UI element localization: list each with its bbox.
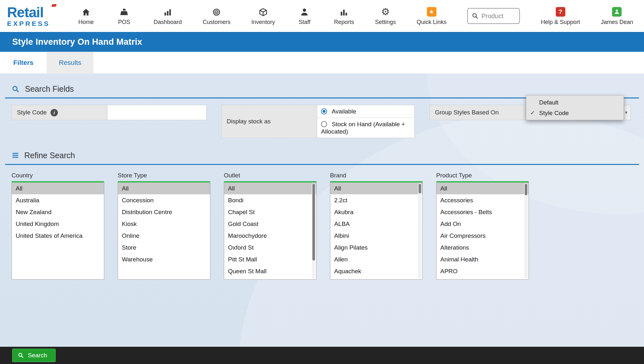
list-item[interactable]: ALBA xyxy=(330,218,422,230)
list-item[interactable]: 2.2ct xyxy=(330,194,422,206)
nav-item-dashboard[interactable]: Dashboard xyxy=(153,6,182,26)
customers-icon xyxy=(212,6,221,17)
country-listbox[interactable]: AllAustraliaNew ZealandUnited KingdomUni… xyxy=(12,181,104,280)
style-code-input[interactable] xyxy=(107,105,207,120)
list-item[interactable]: Add On xyxy=(436,218,529,230)
dropdown-option-default[interactable]: Default xyxy=(526,97,624,108)
reports-icon xyxy=(340,6,349,17)
list-item[interactable]: Maroochydore xyxy=(224,230,316,242)
list-item[interactable]: Pitt St Mall xyxy=(224,253,316,265)
retail-express-logo[interactable]: Retail EXPRESS xyxy=(7,5,61,27)
list-item[interactable]: All xyxy=(436,182,529,194)
scrollbar-thumb[interactable] xyxy=(312,184,315,260)
group-styles-label: Group Styles Based On xyxy=(429,105,525,120)
list-item[interactable]: APRO xyxy=(436,265,529,277)
list-item[interactable]: All xyxy=(12,182,104,194)
list-item[interactable]: Albini xyxy=(330,230,422,242)
search-fields-row: Style Code i Display stock as Available xyxy=(12,105,632,138)
list-item[interactable]: Alterations xyxy=(436,242,529,253)
list-item[interactable]: Store xyxy=(118,242,210,253)
scrollbar[interactable] xyxy=(418,183,422,279)
scrollbar[interactable] xyxy=(524,183,528,279)
product-search-input[interactable] xyxy=(481,12,513,20)
list-item[interactable]: Distribution Centre xyxy=(118,206,210,218)
list-item[interactable]: Australia xyxy=(12,194,104,206)
nav-item-label: Staff xyxy=(299,19,310,26)
nav-item-staff[interactable]: Staff xyxy=(296,6,313,26)
dropdown-option-style-code[interactable]: ✓ Style Code xyxy=(526,108,624,118)
nav-item-label: Inventory xyxy=(251,19,275,26)
scrollbar-thumb[interactable] xyxy=(525,184,527,195)
list-item[interactable]: Allen xyxy=(330,253,422,265)
list-item[interactable]: Chapel St xyxy=(224,206,316,218)
list-item[interactable]: Akubra xyxy=(330,206,422,218)
info-icon[interactable]: i xyxy=(51,109,58,116)
list-item[interactable]: Accessories xyxy=(436,194,529,206)
nav-item-help-support[interactable]: ? Help & Support xyxy=(541,6,580,26)
list-item[interactable]: All xyxy=(118,182,210,194)
nav-item-customers[interactable]: Customers xyxy=(203,6,231,26)
nav-item-reports[interactable]: Reports xyxy=(334,6,354,26)
list-item[interactable]: All xyxy=(224,182,316,194)
help-icon: ? xyxy=(556,6,565,17)
tab-bar: Filters Results xyxy=(0,52,644,74)
listbox-label: Brand xyxy=(330,172,423,179)
list-item[interactable]: Align Pilates xyxy=(330,242,422,253)
nav-item-label: Help & Support xyxy=(541,19,580,26)
group-styles-dropdown-menu: Default ✓ Style Code xyxy=(526,95,624,120)
list-item[interactable]: Accessories - Belts xyxy=(436,206,529,218)
radio-button[interactable] xyxy=(321,108,327,114)
listbox-label: Product Type xyxy=(436,172,529,179)
list-item[interactable]: Animal Health xyxy=(436,253,529,265)
list-item[interactable]: New Zealand xyxy=(12,206,104,218)
nav-item-home[interactable]: Home xyxy=(77,6,95,26)
list-item[interactable]: Warehouse xyxy=(118,253,210,265)
nav-item-user[interactable]: James Dean xyxy=(601,6,633,26)
list-item[interactable]: Concession xyxy=(118,194,210,206)
footer-action-bar: Search xyxy=(0,347,644,364)
nav-item-pos[interactable]: POS xyxy=(115,6,133,26)
search-icon xyxy=(18,352,24,359)
nav-item-label: Quick Links xyxy=(417,19,446,26)
dashboard-icon xyxy=(163,6,172,17)
list-item[interactable]: United Kingdom xyxy=(12,218,104,230)
brand-listbox[interactable]: All2.2ctAkubraALBAAlbiniAlign PilatesAll… xyxy=(330,181,423,280)
tab-results[interactable]: Results xyxy=(47,52,93,74)
nav-item-inventory[interactable]: Inventory xyxy=(251,6,275,26)
inventory-icon xyxy=(259,6,268,17)
nav-item-settings[interactable]: ⚙ Settings xyxy=(375,6,396,26)
list-item[interactable]: United States of America xyxy=(12,230,104,242)
scrollbar[interactable] xyxy=(312,183,316,279)
radio-option-stock-on-hand[interactable]: Stock on Hand (Available + Allocated) xyxy=(317,118,414,138)
radio-option-available[interactable]: Available xyxy=(317,105,414,118)
list-item[interactable]: Queen St Mall xyxy=(224,265,316,277)
list-item[interactable]: Gold Coast xyxy=(224,218,316,230)
nav-item-label: James Dean xyxy=(601,19,633,26)
list-item[interactable]: Aquachek xyxy=(330,265,422,277)
store-type-listbox[interactable]: AllConcessionDistribution CentreKioskOnl… xyxy=(118,181,210,280)
nav-item-label: Settings xyxy=(375,19,396,26)
staff-icon xyxy=(300,6,309,17)
list-item[interactable]: Oxford St xyxy=(224,242,316,253)
list-item[interactable]: Bondi xyxy=(224,194,316,206)
filter-listbox-product-type: Product Type AllAccessoriesAccessories -… xyxy=(436,172,529,280)
outlet-listbox[interactable]: AllBondiChapel StGold CoastMaroochydoreO… xyxy=(224,181,317,280)
radio-button[interactable] xyxy=(321,121,327,127)
listbox-label: Country xyxy=(12,172,104,179)
product-type-listbox[interactable]: AllAccessoriesAccessories - BeltsAdd OnA… xyxy=(436,181,529,280)
list-item[interactable]: All xyxy=(330,182,422,194)
product-search[interactable] xyxy=(467,8,520,24)
search-button-label: Search xyxy=(28,352,47,359)
tab-filters[interactable]: Filters xyxy=(0,52,47,74)
nav-item-quick-links[interactable]: ★ Quick Links xyxy=(417,6,446,26)
list-item[interactable]: Kiosk xyxy=(118,218,210,230)
gear-icon: ⚙ xyxy=(381,6,390,17)
list-item[interactable]: Online xyxy=(118,230,210,242)
scrollbar-thumb[interactable] xyxy=(419,184,421,193)
filter-listbox-country: Country AllAustraliaNew ZealandUnited Ki… xyxy=(12,172,104,280)
section-title: Search Fields xyxy=(25,84,74,94)
list-item[interactable]: Air Compressors xyxy=(436,230,529,242)
radio-label: Available xyxy=(332,108,356,115)
search-button[interactable]: Search xyxy=(12,349,56,362)
quick-links-icon: ★ xyxy=(427,6,436,17)
